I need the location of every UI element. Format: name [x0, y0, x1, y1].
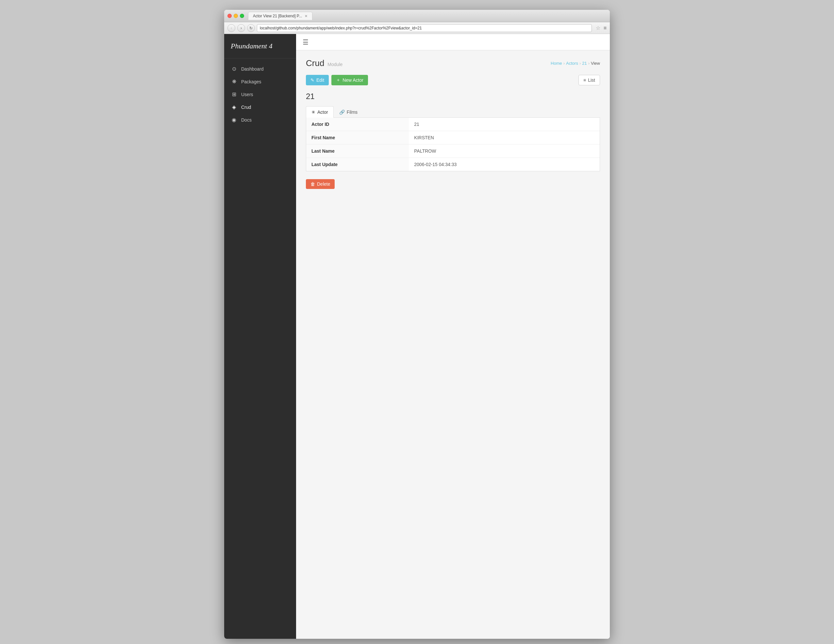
traffic-lights	[228, 14, 244, 18]
main-content: ☰ Crud Module Home › Actors › 21	[296, 34, 610, 639]
table-row: Actor ID 21	[306, 118, 600, 131]
page-content: Crud Module Home › Actors › 21 › View	[296, 50, 610, 197]
record-id: 21	[306, 92, 600, 101]
bookmark-icon[interactable]: ☆	[596, 25, 600, 31]
sidebar-brand: Phundament 4	[224, 34, 296, 58]
action-left: ✎ Edit ＋ New Actor	[306, 75, 368, 85]
edit-button[interactable]: ✎ Edit	[306, 75, 329, 85]
breadcrumb-actors[interactable]: Actors	[566, 61, 578, 66]
browser-nav: ‹ › ↻ localhost/github.com/phundament/ap…	[224, 22, 610, 34]
crud-icon: ◈	[231, 104, 237, 110]
field-value-first-name: KIRSTEN	[409, 131, 600, 144]
hamburger-icon[interactable]: ☰	[302, 38, 309, 46]
page-title-area: Crud Module	[306, 58, 343, 68]
field-label-actor-id: Actor ID	[306, 118, 409, 131]
delete-label: Delete	[317, 181, 330, 187]
sidebar-label-packages: Packages	[241, 79, 261, 84]
reload-button[interactable]: ↻	[247, 24, 255, 32]
sidebar: Phundament 4 ⊙ Dashboard ❋ Packages ⊞ Us…	[224, 34, 296, 639]
tab-actor[interactable]: ✳ Actor	[306, 106, 334, 118]
breadcrumb-sep-1: ›	[563, 61, 565, 66]
sidebar-item-crud[interactable]: ◈ Crud	[224, 101, 296, 113]
back-button[interactable]: ‹	[228, 24, 235, 32]
tab-close-icon[interactable]: ✕	[305, 14, 307, 18]
minimize-button[interactable]	[234, 14, 238, 18]
table-row: First Name KIRSTEN	[306, 131, 600, 144]
page-subtitle: Module	[328, 62, 343, 67]
detail-table: Actor ID 21 First Name KIRSTEN Last Name…	[306, 118, 600, 171]
films-tab-label: Films	[347, 110, 357, 115]
url-text: localhost/github.com/phundament/app/web/…	[260, 26, 422, 31]
dashboard-icon: ⊙	[231, 66, 237, 72]
browser-tab[interactable]: Actor View 21 [Backend] P... ✕	[248, 12, 312, 20]
list-icon: ≡	[583, 78, 586, 83]
action-row: ✎ Edit ＋ New Actor ≡ List	[306, 75, 600, 85]
breadcrumb-id[interactable]: 21	[582, 61, 587, 66]
address-bar[interactable]: localhost/github.com/phundament/app/web/…	[257, 24, 592, 32]
sidebar-item-users[interactable]: ⊞ Users	[224, 88, 296, 101]
field-value-actor-id: 21	[409, 118, 600, 131]
close-button[interactable]	[228, 14, 232, 18]
tab-films[interactable]: 🔗 Films	[334, 106, 363, 118]
sidebar-label-docs: Docs	[241, 117, 252, 123]
page-header: Crud Module Home › Actors › 21 › View	[306, 58, 600, 68]
breadcrumb-home[interactable]: Home	[551, 61, 562, 66]
list-label: List	[588, 78, 595, 83]
new-actor-label: New Actor	[343, 78, 364, 83]
delete-section: 🗑 Delete	[306, 179, 600, 189]
actor-tab-icon: ✳	[312, 110, 315, 115]
sidebar-label-dashboard: Dashboard	[241, 66, 264, 71]
packages-icon: ❋	[231, 78, 237, 85]
table-row: Last Name PALTROW	[306, 144, 600, 158]
breadcrumb-view: View	[591, 61, 600, 66]
sidebar-label-crud: Crud	[241, 105, 251, 110]
breadcrumb-sep-2: ›	[579, 61, 581, 66]
field-label-last-name: Last Name	[306, 144, 409, 158]
docs-icon: ◉	[231, 117, 237, 123]
new-actor-button[interactable]: ＋ New Actor	[331, 75, 368, 85]
forward-button[interactable]: ›	[237, 24, 245, 32]
tab-title: Actor View 21 [Backend] P...	[253, 14, 302, 18]
sidebar-label-users: Users	[241, 92, 253, 97]
field-value-last-update: 2006-02-15 04:34:33	[409, 158, 600, 171]
edit-icon: ✎	[310, 78, 314, 83]
field-label-first-name: First Name	[306, 131, 409, 144]
detail-panel: Actor ID 21 First Name KIRSTEN Last Name…	[306, 118, 600, 171]
breadcrumb: Home › Actors › 21 › View	[551, 61, 600, 66]
field-label-last-update: Last Update	[306, 158, 409, 171]
sidebar-item-dashboard[interactable]: ⊙ Dashboard	[224, 62, 296, 75]
plus-icon: ＋	[336, 77, 341, 83]
films-tab-icon: 🔗	[339, 110, 345, 115]
action-right: ≡ List	[579, 75, 600, 85]
edit-label: Edit	[316, 78, 324, 83]
browser-titlebar: Actor View 21 [Backend] P... ✕	[224, 10, 610, 22]
sidebar-item-docs[interactable]: ◉ Docs	[224, 113, 296, 126]
topbar: ☰	[296, 34, 610, 50]
list-button[interactable]: ≡ List	[579, 75, 600, 85]
users-icon: ⊞	[231, 91, 237, 97]
sidebar-item-packages[interactable]: ❋ Packages	[224, 75, 296, 88]
actor-tab-label: Actor	[317, 110, 328, 115]
page-title: Crud	[306, 58, 324, 68]
menu-icon[interactable]: ≡	[604, 25, 606, 31]
delete-button[interactable]: 🗑 Delete	[306, 179, 335, 189]
field-value-last-name: PALTROW	[409, 144, 600, 158]
maximize-button[interactable]	[240, 14, 244, 18]
trash-icon: 🗑	[310, 181, 315, 187]
breadcrumb-sep-3: ›	[588, 61, 590, 66]
browser-window: Actor View 21 [Backend] P... ✕ ‹ › ↻ loc…	[224, 10, 610, 639]
tabs: ✳ Actor 🔗 Films	[306, 106, 600, 118]
app-layout: Phundament 4 ⊙ Dashboard ❋ Packages ⊞ Us…	[224, 34, 610, 639]
table-row: Last Update 2006-02-15 04:34:33	[306, 158, 600, 171]
sidebar-nav: ⊙ Dashboard ❋ Packages ⊞ Users ◈ Crud ◉	[224, 58, 296, 130]
